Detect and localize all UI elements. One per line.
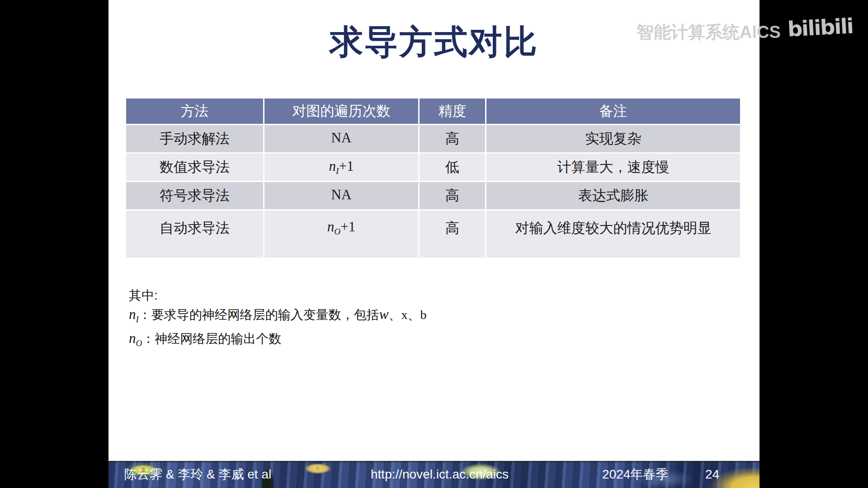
cell-precision-row4: 高 [420,211,485,258]
header-traversals: 对图的遍历次数 [264,99,418,124]
cell-traversals-row4: nO+1 [264,211,418,258]
cell-method-row2: 数值求导法 [126,154,263,181]
cell-precision-row2: 低 [420,154,485,181]
cell-precision-row1: 高 [420,125,485,152]
footer-strip: 陈云霁 & 李玲 & 李威 et al http://novel.ict.ac.… [108,461,760,488]
cell-note-row1: 实现复杂 [486,125,740,152]
header-precision: 精度 [420,99,485,124]
cell-method-row4: 自动求导法 [126,211,263,258]
footer-semester: 2024年春季 [602,466,668,483]
header-notes: 备注 [486,99,740,124]
aics-watermark: 智能计算系统AICS [637,21,781,44]
cell-note-row2: 计算量大，速度慢 [486,154,740,181]
footnote-no: nO：神经网络层的输出个数 [129,329,427,353]
footer-authors: 陈云霁 & 李玲 & 李威 et al [124,466,271,483]
footer-url: http://novel.ict.ac.cn/aics [371,467,509,482]
bilibili-logo: bilibili [787,14,854,41]
cell-traversals-row1: NA [264,125,418,152]
cell-precision-row3: 高 [420,182,485,209]
cell-traversals-row3: NA [264,182,418,209]
presentation-slide: 求导方式对比 方法 对图的遍历次数 精度 备注 手动求解法 NA 高 实现复杂 … [108,0,760,488]
footnote-ni: nI：要求导的神经网络层的输入变量数，包括w、x、b [129,305,427,329]
cell-method-row3: 符号求导法 [126,182,263,209]
cell-note-row3: 表达式膨胀 [486,182,740,209]
header-method: 方法 [126,99,263,124]
footnotes: 其中: nI：要求导的神经网络层的输入变量数，包括w、x、b nO：神经网络层的… [129,286,427,352]
footer-page-number: 24 [705,467,719,482]
footnote-intro: 其中: [129,286,427,305]
cell-method-row1: 手动求解法 [126,125,263,152]
video-frame: 求导方式对比 方法 对图的遍历次数 精度 备注 手动求解法 NA 高 实现复杂 … [0,0,868,488]
cell-note-row4: 对输入维度较大的情况优势明显 [486,211,740,258]
comparison-table: 方法 对图的遍历次数 精度 备注 手动求解法 NA 高 实现复杂 数值求导法 n… [126,99,740,258]
cell-traversals-row2: nI+1 [264,154,418,181]
